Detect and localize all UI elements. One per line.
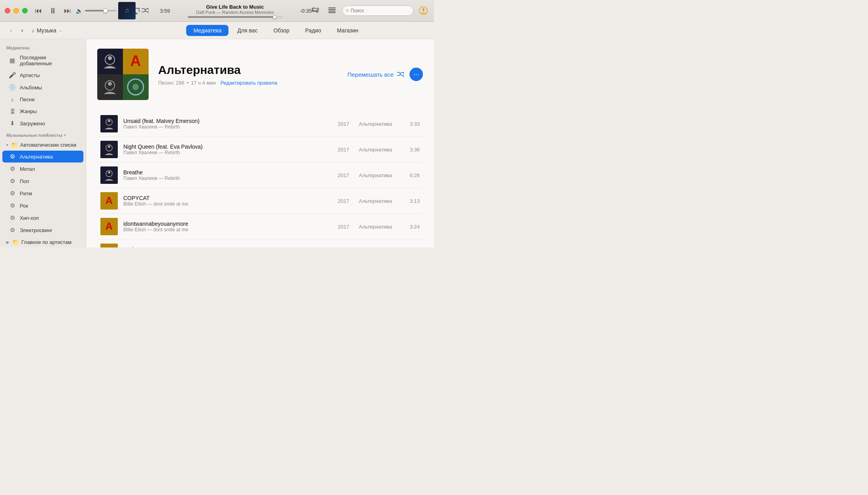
folder-by-artists-label: Главное по артистам [21, 239, 72, 245]
song-title: Breathe [123, 169, 328, 176]
traffic-lights [5, 8, 28, 13]
playlists-section-title: Музыкальные плейлисты [6, 133, 62, 138]
shuffle-all-icon [397, 72, 404, 77]
sidebar-item-artists[interactable]: 🎤 Артисты [2, 69, 83, 81]
sidebar-item-rhythm[interactable]: ⚙ Ритм [2, 187, 83, 199]
sidebar-item-albums[interactable]: 💿 Альбомы [2, 81, 83, 93]
svg-point-11 [108, 56, 112, 60]
close-button[interactable] [5, 8, 10, 13]
right-controls: ℹ [309, 5, 429, 17]
table-row[interactable]: Night Queen (feat. Eva Pavlova) Павел Хв… [97, 137, 423, 162]
song-year: 2017 [334, 147, 353, 153]
table-row[interactable]: A my boy Billie Eilish — dont smile at m… [97, 240, 423, 248]
collapsed-arrow-icon-1: ▶ [6, 240, 9, 244]
sidebar-item-downloaded[interactable]: ⬇ Загружено [2, 117, 83, 129]
playlist-duration: 17 ч 4 мин [191, 80, 216, 86]
time-remaining: -0:35 [300, 8, 316, 14]
svg-point-4 [346, 9, 348, 11]
account-button[interactable]: ℹ [417, 5, 429, 17]
search-box[interactable] [342, 6, 413, 16]
smart-playlist-icon-alternativa: ⚙ [9, 153, 16, 160]
expand-arrow-icon: ▾ [6, 143, 8, 147]
svg-text:A: A [130, 53, 141, 69]
edit-rules-link[interactable]: Редактировать правила [221, 80, 277, 86]
song-artist-album: Павел Хвалеев — Rebirth [123, 124, 328, 130]
song-title: COPYCAT [123, 195, 328, 201]
folder-icon: 📁 [11, 142, 18, 148]
svg-point-16 [108, 82, 112, 86]
svg-text:ℹ: ℹ [423, 9, 424, 13]
progress-bar[interactable] [188, 16, 283, 18]
svg-rect-1 [328, 9, 336, 10]
forward-button[interactable]: › [17, 26, 27, 35]
titlebar: ⏮ ⏸ ⏭ 🔈 🔊 🎵 3:59 [0, 0, 434, 22]
table-row[interactable]: Unsaid (feat. Matvey Emerson) Павел Хвал… [97, 111, 423, 137]
sidebar-item-rock[interactable]: ⚙ Рок [2, 200, 83, 212]
song-title: Unsaid (feat. Matvey Emerson) [123, 118, 328, 124]
song-genre: Альтернатива [359, 121, 398, 127]
now-playing-art-inner: 🎵 [118, 2, 136, 19]
tab-for-you[interactable]: Для вас [230, 25, 264, 36]
progress-thumb[interactable] [273, 15, 277, 19]
song-thumbnail: A [100, 218, 118, 235]
song-thumbnail: A [100, 192, 118, 210]
tab-browse[interactable]: Обзор [266, 25, 296, 36]
rewind-button[interactable]: ⏮ [34, 6, 43, 16]
shuffle-current-button[interactable] [138, 4, 152, 18]
volume-slider-track[interactable] [85, 10, 117, 11]
table-row[interactable]: A idontwannabeyouanymore Billie Eilish —… [97, 214, 423, 240]
progress-fill [188, 16, 275, 18]
shuffle-all-label: Перемешать все [347, 71, 394, 78]
progress-area: Give Life Back to Music Daft Punk — Rand… [170, 4, 300, 18]
smart-playlist-icon-pop: ⚙ [9, 178, 16, 185]
shuffle-all-button[interactable]: Перемешать все [347, 71, 404, 78]
sidebar-item-hiphop[interactable]: ⚙ Хип-хоп [2, 212, 83, 224]
note-icon: ♪ [9, 96, 16, 103]
more-options-button[interactable]: ··· [409, 68, 423, 81]
playlists-header[interactable]: Музыкальные плейлисты ▾ [0, 130, 86, 139]
svg-rect-2 [328, 11, 336, 11]
maximize-button[interactable] [22, 8, 28, 13]
table-row[interactable]: A COPYCAT Billie Eilish — dont smile at … [97, 188, 423, 214]
source-selector[interactable]: ♪ Музыка ⌄ [32, 27, 62, 34]
sidebar-item-genres[interactable]: 🎛 Жанры [2, 106, 83, 117]
song-year: 2017 [334, 198, 353, 204]
now-playing-artist-album: Daft Punk — Random Access Memories [196, 10, 274, 15]
song-info: Breathe Павел Хвалеев — Rebirth [123, 169, 328, 181]
sidebar-item-metal[interactable]: ⚙ Метал [2, 163, 83, 175]
song-info: Night Queen (feat. Eva Pavlova) Павел Хв… [123, 144, 328, 155]
smart-playlist-icon-rock: ⚙ [9, 202, 16, 209]
navbar: ‹ › ♪ Музыка ⌄ Медиатека Для вас Обзор Р… [0, 22, 434, 39]
tab-radio[interactable]: Радио [298, 25, 328, 36]
sidebar-item-songs[interactable]: ♪ Песни [2, 94, 83, 105]
svg-point-22 [108, 120, 110, 122]
volume-thumb[interactable] [103, 8, 108, 13]
playback-controls: ⏮ ⏸ ⏭ [34, 6, 72, 16]
search-input[interactable] [351, 8, 410, 13]
sidebar-group-by-artists[interactable]: ▶ 📁 Главное по артистам [0, 236, 86, 248]
pause-button[interactable]: ⏸ [48, 6, 58, 16]
sidebar-item-pop[interactable]: ⚙ Поп [2, 175, 83, 187]
svg-rect-23 [100, 141, 118, 158]
playlist-info: Песен: 296 • 17 ч 4 мин Редактировать пр… [158, 80, 338, 86]
sidebar-item-alternativa[interactable]: ⚙ Альтернатива [2, 151, 83, 162]
chevron-down-icon: ⌄ [59, 28, 62, 32]
fast-forward-button[interactable]: ⏭ [63, 6, 72, 16]
minimize-button[interactable] [13, 8, 19, 13]
song-thumbnail [100, 141, 118, 158]
sidebar-item-electroswing[interactable]: ⚙ Электросвинг [2, 224, 83, 236]
list-view-button[interactable] [326, 5, 338, 16]
tab-store[interactable]: Магазин [330, 25, 366, 36]
ellipsis-icon: ··· [413, 70, 419, 79]
tab-library[interactable]: Медиатека [186, 25, 228, 36]
sidebar-group-auto-lists[interactable]: ▾ 📁 Автоматические списки [0, 139, 86, 150]
microphone-icon: 🎤 [9, 72, 16, 79]
artwork-cell-1 [97, 49, 123, 74]
song-duration: 3:13 [404, 198, 420, 204]
table-row[interactable]: Breathe Павел Хвалеев — Rebirth 2017 Аль… [97, 162, 423, 188]
svg-rect-14 [97, 74, 123, 100]
song-genre: Альтернатива [359, 147, 398, 153]
back-button[interactable]: ‹ [6, 26, 16, 35]
search-icon [346, 8, 349, 13]
sidebar-item-recent[interactable]: ▦ Последние добавленные [2, 52, 83, 69]
